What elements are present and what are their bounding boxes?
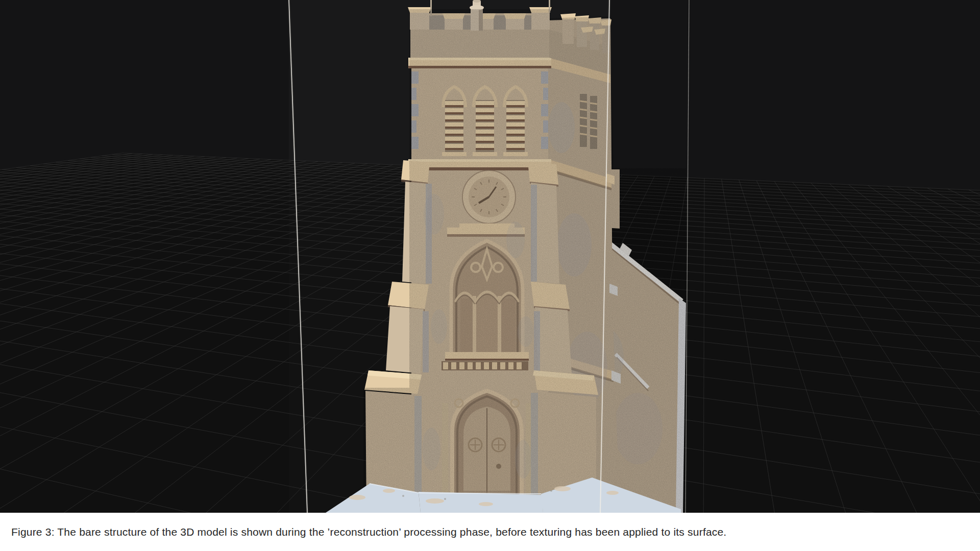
screenshot-root: Figure 3: The bare structure of the 3D m… — [0, 0, 980, 551]
figure-caption: Figure 3: The bare structure of the 3D m… — [0, 525, 726, 538]
caption-bar: Figure 3: The bare structure of the 3D m… — [0, 513, 980, 551]
scene-svg — [0, 0, 980, 513]
viewport-canvas[interactable] — [0, 0, 980, 513]
